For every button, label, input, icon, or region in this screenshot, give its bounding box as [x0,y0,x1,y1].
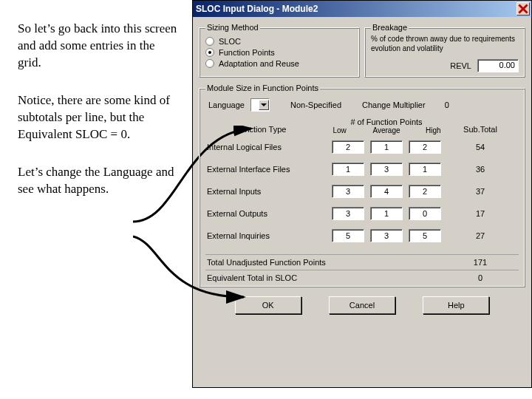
cell-high[interactable] [409,163,441,176]
chevron-down-icon [259,100,269,110]
cell-high[interactable] [409,207,441,220]
total-unadj-value: 171 [457,258,504,267]
radio-icon [205,59,214,68]
radio-label: Function Points [219,48,275,57]
cell-low[interactable] [332,207,364,220]
col-high: High [410,126,457,134]
row-subtotal: 37 [457,187,504,196]
cell-low[interactable] [332,229,364,242]
radio-label: SLOC [219,37,241,46]
table-row: External Interface Files36 [205,158,519,180]
ok-button[interactable]: OK [235,296,301,314]
cell-avg[interactable] [370,207,403,220]
cell-low[interactable] [332,163,364,176]
radio-label: Adaptation and Reuse [219,59,299,68]
revl-label: REVL [450,61,471,70]
row-label: External Interface Files [205,165,316,174]
row-label: Internal Logical Files [205,143,316,151]
cell-avg[interactable] [370,185,403,198]
cell-low[interactable] [332,140,364,154]
breakage-legend: Breakage [371,23,409,32]
cancel-button[interactable]: Cancel [329,296,395,314]
row-subtotal: 54 [457,143,504,151]
window-title: SLOC Input Dialog - Module2 [196,4,318,14]
change-multiplier-label: Change Multiplier [362,100,426,109]
cell-high[interactable] [409,229,441,242]
cell-high[interactable] [409,185,441,198]
equiv-sloc-value: 0 [457,273,504,282]
equiv-sloc-label: Equivalent Total in SLOC [205,273,457,282]
col-function-type: Function Type [205,117,316,134]
table-row: External Outputs17 [205,202,519,225]
annotation-p1: So let’s go back into this screen and ad… [18,21,179,72]
titlebar[interactable]: SLOC Input Dialog - Module2 [193,1,531,17]
annotation-p3: Let’s change the Language and see what h… [18,164,179,198]
table-row: External Inquiries27 [205,225,519,247]
col-low: Low [316,126,363,134]
revl-input[interactable]: 0.00 [477,59,519,72]
radio-sloc[interactable]: SLOC [205,37,353,46]
sizing-method-group: Sizing Method SLOC Function Points Adapt… [199,23,360,78]
sizing-method-legend: Sizing Method [205,23,260,32]
radio-function-points[interactable]: Function Points [205,48,353,57]
cell-avg[interactable] [370,229,403,242]
language-combo[interactable] [250,98,270,112]
module-size-group: Module Size in Function Points Language … [199,83,525,287]
close-icon [518,4,528,14]
col-subtotal: Sub.Total [457,117,504,134]
cell-low[interactable] [332,185,364,198]
row-subtotal: 36 [457,165,504,174]
close-button[interactable] [516,2,530,16]
change-multiplier-value: 0 [445,100,449,109]
col-avg: Average [363,126,409,134]
row-label: External Outputs [205,209,316,218]
table-row: External Inputs37 [205,180,519,202]
table-row: Internal Logical Files54 [205,136,519,158]
col-num-points: # of Function Points [316,117,457,126]
language-value: Non-Specified [290,100,341,109]
annotation-p2: Notice, there are some kind of subtotals… [18,92,179,143]
breakage-group: Breakage % of code thrown away due to re… [364,23,525,78]
row-label: External Inputs [205,187,316,196]
row-subtotal: 27 [457,231,504,240]
breakage-desc: % of code thrown away due to requirement… [371,35,519,53]
module-size-legend: Module Size in Function Points [205,83,320,92]
total-unadj-label: Total Unadjusted Function Points [205,258,457,267]
cell-avg[interactable] [370,140,403,154]
cell-avg[interactable] [370,163,403,176]
row-subtotal: 17 [457,209,504,218]
help-button[interactable]: Help [423,296,489,314]
cell-high[interactable] [409,140,441,154]
language-label: Language [208,100,245,109]
radio-adaptation-reuse[interactable]: Adaptation and Reuse [205,59,353,68]
annotation-panel: So let’s go back into this screen and ad… [0,0,192,399]
dialog-window: SLOC Input Dialog - Module2 Sizing Metho… [192,0,532,388]
radio-icon [205,48,214,57]
row-label: External Inquiries [205,231,316,240]
radio-icon [205,37,214,46]
